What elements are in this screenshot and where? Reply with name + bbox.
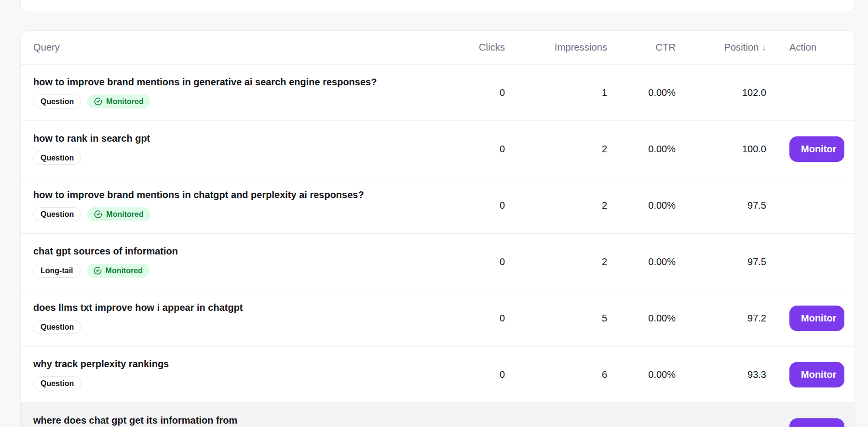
ctr-cell: 0.00% <box>607 313 676 324</box>
position-cell: 97.5 <box>676 200 766 211</box>
position-cell: 100.0 <box>676 144 766 155</box>
table-row: does llms txt improve how i appear in ch… <box>21 290 854 347</box>
tag-list: Question <box>33 320 413 334</box>
position-cell: 93.3 <box>676 369 766 380</box>
tag-question: Question <box>33 207 81 221</box>
tag-list: Question <box>33 376 413 390</box>
position-cell: 102.0 <box>676 87 766 98</box>
monitor-button[interactable]: Monitor <box>789 136 844 162</box>
ctr-cell: 0.00% <box>607 369 676 380</box>
ctr-cell: 0.00% <box>607 256 676 267</box>
tag-label: Question <box>41 323 74 331</box>
table-row: where does chat gpt get its information … <box>21 403 854 427</box>
tag-long-tail: Long-tail <box>33 264 81 278</box>
tag-label: Monitored <box>106 211 143 218</box>
column-header-action: Action <box>766 42 844 53</box>
tag-list: Question <box>33 151 413 165</box>
tag-question: Question <box>33 320 81 334</box>
table-row: chat gpt sources of information Long-tai… <box>21 234 854 290</box>
table-row: how to improve brand mentions in chatgpt… <box>21 177 854 234</box>
clicks-cell: 0 <box>428 256 505 267</box>
table-row: why track perplexity rankings Question 0… <box>21 347 854 403</box>
ctr-cell: 0.00% <box>607 144 676 155</box>
query-text: how to improve brand mentions in chatgpt… <box>33 189 413 200</box>
query-text: how to rank in search gpt <box>33 133 413 144</box>
column-header-impressions[interactable]: Impressions <box>505 42 607 53</box>
query-cell: how to rank in search gpt Question <box>33 133 428 165</box>
action-cell: Monitor <box>766 306 844 331</box>
query-text: does llms txt improve how i appear in ch… <box>33 302 413 313</box>
tag-label: Monitored <box>106 267 143 275</box>
monitor-button[interactable]: Monitor <box>789 306 844 331</box>
action-cell: Monitor <box>766 418 844 427</box>
column-header-query[interactable]: Query <box>33 42 428 53</box>
ctr-cell: 0.00% <box>607 87 676 98</box>
query-cell: why track perplexity rankings Question <box>33 359 428 390</box>
tag-monitored: Monitored <box>87 264 149 278</box>
query-cell: how to improve brand mentions in generat… <box>33 77 428 108</box>
action-cell: Monitor <box>766 136 844 162</box>
circle-check-icon <box>94 97 102 106</box>
impressions-cell: 5 <box>505 313 607 324</box>
impressions-cell: 2 <box>505 144 607 155</box>
ctr-cell: 0.00% <box>607 200 676 211</box>
position-cell: 97.2 <box>676 313 766 324</box>
tag-monitored: Monitored <box>87 207 150 221</box>
query-text: chat gpt sources of information <box>33 246 413 257</box>
column-header-clicks[interactable]: Clicks <box>428 42 505 53</box>
monitor-button[interactable]: Monitor <box>789 418 844 427</box>
circle-check-icon <box>94 267 102 275</box>
column-header-ctr[interactable]: CTR <box>607 42 676 53</box>
tag-question: Question <box>33 94 81 108</box>
tag-list: Long-tailMonitored <box>33 264 413 278</box>
impressions-cell: 2 <box>505 256 607 267</box>
tag-label: Question <box>41 154 74 162</box>
tag-label: Question <box>41 211 74 218</box>
tag-monitored: Monitored <box>87 94 150 108</box>
clicks-cell: 0 <box>428 313 505 324</box>
query-text: where does chat gpt get its information … <box>33 415 413 426</box>
query-cell: does llms txt improve how i appear in ch… <box>33 302 428 334</box>
circle-check-icon <box>94 210 102 218</box>
action-cell: Monitor <box>766 362 844 387</box>
monitor-button[interactable]: Monitor <box>789 362 844 387</box>
tag-label: Question <box>41 380 74 387</box>
table-row: how to improve brand mentions in generat… <box>21 65 854 121</box>
query-text: how to improve brand mentions in generat… <box>33 77 413 88</box>
impressions-cell: 2 <box>505 200 607 211</box>
clicks-cell: 0 <box>428 144 505 155</box>
arrow-down-icon: ↓ <box>761 42 766 53</box>
query-cell: where does chat gpt get its information … <box>33 415 428 427</box>
previous-section-card <box>20 0 855 12</box>
clicks-cell: 0 <box>428 87 505 98</box>
table-row: how to rank in search gpt Question 0 2 0… <box>21 121 854 177</box>
impressions-cell: 1 <box>505 87 607 98</box>
tag-label: Question <box>41 98 74 106</box>
query-cell: chat gpt sources of information Long-tai… <box>33 246 428 278</box>
tag-list: QuestionMonitored <box>33 207 413 221</box>
table-body: how to improve brand mentions in generat… <box>21 65 854 427</box>
tag-question: Question <box>33 376 81 390</box>
query-cell: how to improve brand mentions in chatgpt… <box>33 189 428 221</box>
queries-table-card: Query Clicks Impressions CTR Position↓ A… <box>20 30 855 427</box>
column-header-position[interactable]: Position↓ <box>676 42 766 53</box>
clicks-cell: 0 <box>428 369 505 380</box>
impressions-cell: 6 <box>505 369 607 380</box>
table-header-row: Query Clicks Impressions CTR Position↓ A… <box>21 31 854 65</box>
tag-question: Question <box>33 151 81 165</box>
query-text: why track perplexity rankings <box>33 359 413 370</box>
clicks-cell: 0 <box>428 200 505 211</box>
tag-label: Long-tail <box>41 267 73 275</box>
position-header-label: Position <box>724 42 759 53</box>
tag-label: Monitored <box>106 98 143 106</box>
position-cell: 97.5 <box>676 256 766 267</box>
tag-list: QuestionMonitored <box>33 94 413 108</box>
